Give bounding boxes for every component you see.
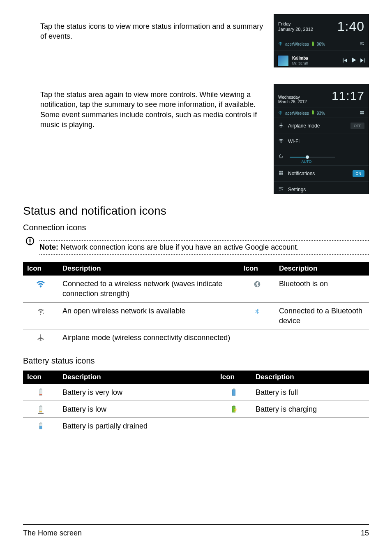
cell-desc: Battery is full (251, 384, 369, 401)
th-desc: Description (251, 371, 369, 384)
section-heading: Status and notification icons (23, 203, 369, 219)
cell-desc: Battery is very low (58, 384, 216, 401)
shot1-track-artist: Mr. Scruff (292, 61, 308, 66)
wifi-connected-icon (36, 280, 46, 290)
settings-icon (278, 186, 284, 193)
shot2-airplane-toggle: OFF (350, 123, 364, 129)
shot1-wifi-name: acerWireless (285, 42, 309, 47)
subhead-battery: Battery status icons (23, 355, 369, 366)
shot1-track-title: Kalimba (292, 56, 308, 61)
battery-partial-icon (39, 422, 43, 429)
shot2-airplane: Airplane mode (288, 123, 320, 129)
intro-para-2: Tap the status area again to view more c… (40, 90, 265, 130)
svg-rect-3 (312, 110, 313, 111)
shot2-day: Wednesday (278, 95, 307, 100)
brightness-slider: AUTO (290, 157, 335, 158)
battery-icon (311, 110, 314, 116)
wifi-icon (278, 111, 283, 116)
battery-icons-table: Icon Description Icon Description Batter… (23, 371, 369, 435)
th-desc: Description (275, 262, 369, 276)
footer-page-number: 15 (361, 528, 369, 538)
table-row: Battery is very low Battery is full (23, 384, 369, 401)
next-icon (360, 58, 365, 64)
screenshot-quick-settings: Wednesday March 28, 2012 11:17 acerWirel… (274, 84, 369, 194)
shot2-wifi-name: acerWireless (285, 111, 309, 116)
screenshot-notifications-mini: Friday January 20, 2012 1:40 acerWireles… (274, 14, 369, 67)
th-icon: Icon (23, 262, 58, 276)
table-row: Connected to a wireless network (waves i… (23, 276, 369, 302)
intro-para-1: Tap the status icons to view more status… (40, 21, 265, 42)
th-desc: Description (58, 262, 240, 276)
notifications-icon (360, 110, 364, 117)
table-row: An open wireless network is available Co… (23, 302, 369, 329)
play-icon (352, 58, 356, 64)
cell-desc: Airplane mode (wireless connectivity dis… (58, 329, 240, 348)
note-text: Network connection icons are blue if you… (58, 243, 299, 251)
svg-point-8 (40, 314, 41, 315)
shot2-time: 11:17 (311, 88, 365, 104)
svg-rect-1 (312, 42, 313, 42)
block-intro-2: Tap the status area again to view more c… (23, 82, 369, 194)
cell-desc: Battery is charging (251, 401, 369, 417)
cell-desc: An open wireless network is available (58, 302, 240, 329)
shot2-notifications: Notifications (288, 170, 315, 177)
footer-section: The Home screen (23, 528, 82, 538)
page: Tap the status icons to view more status… (0, 0, 392, 556)
shot2-wifi: Wi-Fi (288, 138, 300, 145)
connection-icons-table: Icon Description Icon Description Connec… (23, 262, 369, 348)
shot1-battery-pct: 96% (317, 42, 325, 47)
note-icon (25, 236, 35, 248)
block-intro-1: Tap the status icons to view more status… (23, 14, 369, 67)
bluetooth-connected-icon (254, 307, 261, 317)
cell-desc: Connected to a wireless network (waves i… (58, 276, 240, 302)
table-row: Battery is low ⚡ Battery is charging (23, 401, 369, 417)
th-desc: Description (58, 371, 216, 384)
shot2-auto: AUTO (302, 159, 312, 164)
settings-icon (360, 41, 364, 48)
shot2-notifications-toggle: ON (353, 170, 365, 177)
airplane-mode-icon (37, 334, 45, 344)
wifi-icon (278, 42, 283, 47)
shot2-battery-pct: 93% (317, 111, 325, 116)
battery-icon (311, 42, 314, 48)
shot2-settings: Settings (288, 186, 306, 193)
battery-very-low-icon (39, 388, 43, 396)
svg-rect-5 (30, 239, 31, 242)
table-row: Battery is partially drained (23, 418, 369, 435)
prev-icon (343, 58, 348, 64)
rotate-icon (278, 153, 284, 161)
cell-desc: Battery is partially drained (58, 418, 216, 435)
cell-desc: Battery is low (58, 401, 216, 417)
notifications-icon (278, 170, 284, 177)
th-icon: Icon (23, 371, 58, 384)
svg-rect-0 (312, 42, 314, 46)
bluetooth-on-icon (254, 280, 261, 290)
subhead-connection: Connection icons (23, 222, 369, 233)
album-art (277, 55, 289, 67)
th-icon: Icon (216, 371, 251, 384)
shot1-day: Friday (278, 21, 313, 27)
cell-desc: Bluetooth is on (275, 276, 369, 302)
svg-rect-2 (312, 111, 314, 115)
svg-rect-6 (30, 243, 31, 244)
airplane-icon (278, 122, 284, 130)
cell-desc: Connected to a Bluetooth device (275, 302, 369, 329)
note-label: Note: (39, 243, 58, 251)
battery-charging-icon: ⚡ (232, 405, 236, 412)
battery-low-icon (39, 405, 43, 412)
shot1-date: January 20, 2012 (278, 27, 313, 32)
battery-full-icon (232, 388, 236, 396)
note: Note: Network connection icons are blue … (23, 237, 369, 257)
wifi-open-icon (36, 307, 46, 317)
table-row: Airplane mode (wireless connectivity dis… (23, 329, 369, 348)
wifi-icon (278, 138, 284, 145)
page-footer: The Home screen 15 (23, 524, 369, 538)
th-icon: Icon (240, 262, 275, 276)
shot2-date: March 28, 2012 (278, 100, 307, 104)
shot1-time: 1:40 (337, 18, 364, 35)
